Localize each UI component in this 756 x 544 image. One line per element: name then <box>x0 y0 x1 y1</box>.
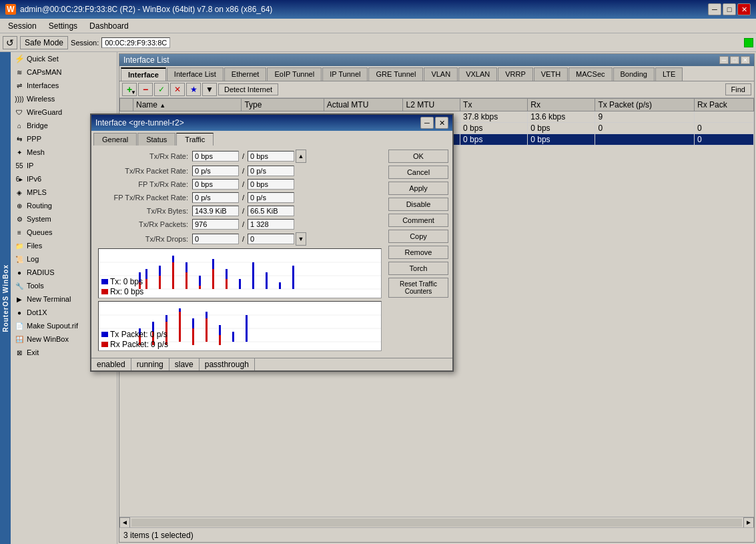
dialog-title-bar: Interface <gre-tunnel-r2> ─ ✕ <box>117 115 452 131</box>
dialog-close-button[interactable]: ✕ <box>435 117 448 129</box>
remove-button[interactable]: Remove <box>388 246 448 259</box>
scroll-right-button[interactable]: ► <box>743 517 754 528</box>
txrx-packets-value: / <box>192 219 294 230</box>
sidebar-item-interfaces[interactable]: ⇌ Interfaces <box>11 79 117 92</box>
menu-session[interactable]: Session <box>3 20 42 32</box>
dialog-tab-traffic[interactable]: Traffic <box>176 133 214 146</box>
txrx-packet-rate-tx-input[interactable] <box>192 166 239 176</box>
find-button[interactable]: Find <box>725 83 751 95</box>
menu-bar: Session Settings Dashboard <box>0 19 756 33</box>
col-l2-mtu[interactable]: L2 MTU <box>403 99 460 111</box>
comment-icon: ★ <box>190 85 198 94</box>
panel-title-text: Interface List <box>123 55 169 65</box>
toolbar: ↺ Safe Mode Session: 00:0C:29:F9:33:8C <box>0 33 756 52</box>
col-tx[interactable]: Tx <box>460 99 528 111</box>
svg-rect-41 <box>192 328 194 345</box>
txrx-packets-rx-input[interactable] <box>248 219 294 230</box>
dialog-minimize-button[interactable]: ─ <box>420 117 434 129</box>
fp-txrx-rate-tx-input[interactable] <box>192 179 239 190</box>
detect-internet-button[interactable]: Detect Internet <box>218 83 278 95</box>
safe-mode-button[interactable]: Safe Mode <box>20 36 68 49</box>
fp-txrx-packet-rate-rx-input[interactable] <box>248 192 294 203</box>
scroll-left-button[interactable]: ◄ <box>119 517 130 528</box>
reset-traffic-counters-button[interactable]: Reset Traffic Counters <box>388 278 448 298</box>
panel-close-button[interactable]: ✕ <box>741 56 750 64</box>
graph2-tx-legend: Tx Packet: 0 p/s <box>117 330 168 339</box>
col-tx-packet[interactable]: Tx Packet (p/s) <box>595 99 695 111</box>
sidebar-item-wireless[interactable]: )))) Wireless <box>11 92 117 105</box>
cancel-button[interactable]: Cancel <box>388 166 448 179</box>
txrx-rate-tx-input[interactable] <box>192 151 239 162</box>
row-tx: 0 bps <box>460 123 528 134</box>
txrx-bytes-rx-input[interactable] <box>248 206 294 216</box>
fp-txrx-rate-rx-input[interactable] <box>248 179 294 190</box>
scroll-up-button[interactable]: ▲ <box>296 150 306 163</box>
apply-button[interactable]: Apply <box>388 182 448 195</box>
tab-ip-tunnel[interactable]: IP Tunnel <box>322 67 368 81</box>
comment-button[interactable]: Comment <box>388 214 448 227</box>
tab-gre-tunnel[interactable]: GRE Tunnel <box>368 67 423 81</box>
menu-settings[interactable]: Settings <box>43 20 83 32</box>
txrx-bytes-tx-input[interactable] <box>192 206 239 216</box>
tab-interface-list[interactable]: Interface List <box>167 67 224 81</box>
panel-minimize-button[interactable]: ─ <box>719 56 729 64</box>
tab-macsec[interactable]: MACSec <box>569 67 612 81</box>
sidebar-label-system: System <box>27 215 51 223</box>
dialog-tab-status[interactable]: Status <box>137 133 175 146</box>
sidebar-item-quickset[interactable]: ⚡ Quick Set <box>11 52 117 65</box>
close-button[interactable]: ✕ <box>737 3 751 15</box>
comment-button[interactable]: ★ <box>186 83 201 96</box>
status-enabled: enabled <box>117 358 131 370</box>
tab-vrrp[interactable]: VRRP <box>498 67 533 81</box>
cross-icon: ✕ <box>174 85 181 94</box>
svg-rect-11 <box>239 279 241 289</box>
tab-vlan[interactable]: VLAN <box>424 67 458 81</box>
refresh-button[interactable]: ↺ <box>3 36 17 49</box>
status-slave: slave <box>169 358 200 370</box>
svg-rect-36 <box>246 315 248 342</box>
status-bar: 3 items (1 selected) <box>119 527 754 542</box>
remove-button[interactable]: − <box>138 83 153 96</box>
fp-txrx-packet-rate-tx-input[interactable] <box>192 192 239 203</box>
tab-lte[interactable]: LTE <box>655 67 683 81</box>
tab-veth[interactable]: VETH <box>534 67 568 81</box>
filter-button[interactable]: ▼ <box>202 83 217 96</box>
col-rx-pack[interactable]: Rx Pack <box>695 99 754 111</box>
dropdown-arrow: ▼ <box>131 89 136 95</box>
copy-button[interactable]: Copy <box>388 230 448 243</box>
sort-icon: ▲ <box>159 102 165 109</box>
txrx-drops-rx-input[interactable] <box>248 234 294 244</box>
txrx-packets-tx-input[interactable] <box>192 219 239 230</box>
minimize-button[interactable]: ─ <box>708 3 721 15</box>
txrx-drops-tx-input[interactable] <box>192 234 239 244</box>
menu-dashboard[interactable]: Dashboard <box>84 20 134 32</box>
tab-bonding[interactable]: Bonding <box>613 67 655 81</box>
dialog-tab-general[interactable]: General <box>117 133 137 146</box>
col-flag[interactable] <box>120 99 133 111</box>
horizontal-scrollbar: ◄ ► <box>119 517 754 527</box>
add-button[interactable]: + ▼ <box>122 83 137 96</box>
col-actual-mtu[interactable]: Actual MTU <box>324 99 403 111</box>
tab-eoip-tunnel[interactable]: EoIP Tunnel <box>267 67 322 81</box>
scroll-track[interactable] <box>131 519 742 527</box>
sidebar-item-capsman[interactable]: ≋ CAPsMAN <box>11 65 117 79</box>
tab-vxlan[interactable]: VXLAN <box>458 67 497 81</box>
svg-rect-13 <box>266 272 268 289</box>
disable-button[interactable]: ✕ <box>170 83 185 96</box>
txrx-rate-rx-input[interactable] <box>248 151 294 162</box>
col-type[interactable]: Type <box>242 99 324 111</box>
col-name[interactable]: Name ▲ <box>133 99 242 111</box>
col-rx[interactable]: Rx <box>528 99 595 111</box>
panel-maximize-button[interactable]: □ <box>730 56 739 64</box>
disable-button[interactable]: Disable <box>388 198 448 211</box>
ok-button[interactable]: OK <box>388 150 448 163</box>
content-area: Interface List ─ □ ✕ Interface Interface… <box>117 52 756 544</box>
txrx-packet-rate-rx-input[interactable] <box>248 166 294 176</box>
maximize-button[interactable]: □ <box>723 3 736 15</box>
torch-button[interactable]: Torch <box>388 262 448 275</box>
scroll-down-button[interactable]: ▼ <box>296 232 306 246</box>
enable-button[interactable]: ✓ <box>154 83 169 96</box>
tab-ethernet[interactable]: Ethernet <box>224 67 267 81</box>
tab-interface[interactable]: Interface <box>121 67 166 81</box>
system-icon: ⚙ <box>15 214 24 224</box>
